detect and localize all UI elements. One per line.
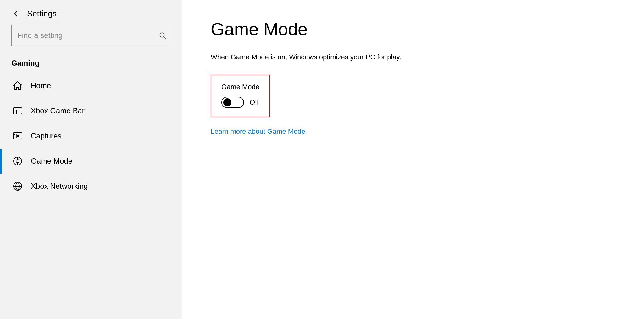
game-mode-box-label: Game Mode [221,83,259,91]
game-mode-box: Game Mode Off [211,75,270,117]
section-label: Gaming [0,55,182,73]
sidebar-item-game-mode-label: Game Mode [31,157,72,165]
game-mode-icon [11,155,24,167]
svg-rect-2 [13,108,22,114]
search-input[interactable] [11,25,171,46]
learn-more-link[interactable]: Learn more about Game Mode [211,127,305,135]
sidebar-item-game-mode[interactable]: Game Mode [0,149,182,174]
sidebar-item-xbox-game-bar-label: Xbox Game Bar [31,106,85,115]
sidebar-item-home[interactable]: Home [0,73,182,98]
sidebar-item-captures-label: Captures [31,132,61,140]
svg-point-9 [16,160,19,163]
sidebar: Settings Gaming Home X [0,0,182,319]
page-title: Game Mode [211,19,616,39]
xbox-gamebar-icon [11,105,24,117]
sidebar-item-xbox-networking-label: Xbox Networking [31,182,88,191]
sidebar-title: Settings [27,9,57,19]
search-box [11,25,171,46]
sidebar-item-home-label: Home [31,81,51,90]
xbox-networking-icon [11,180,24,192]
toggle-knob [223,98,231,106]
toggle-row: Off [221,97,259,108]
home-icon [11,79,24,92]
svg-marker-6 [17,135,20,137]
sidebar-header: Settings [0,0,182,25]
captures-icon [11,130,24,142]
sidebar-item-xbox-game-bar[interactable]: Xbox Game Bar [0,98,182,123]
sidebar-item-captures[interactable]: Captures [0,123,182,149]
game-mode-toggle[interactable] [221,97,244,108]
back-button[interactable] [11,9,21,19]
description: When Game Mode is on, Windows optimizes … [211,52,616,62]
main-content: Game Mode When Game Mode is on, Windows … [182,0,644,319]
sidebar-item-xbox-networking[interactable]: Xbox Networking [0,174,182,199]
toggle-state-label: Off [250,98,259,106]
